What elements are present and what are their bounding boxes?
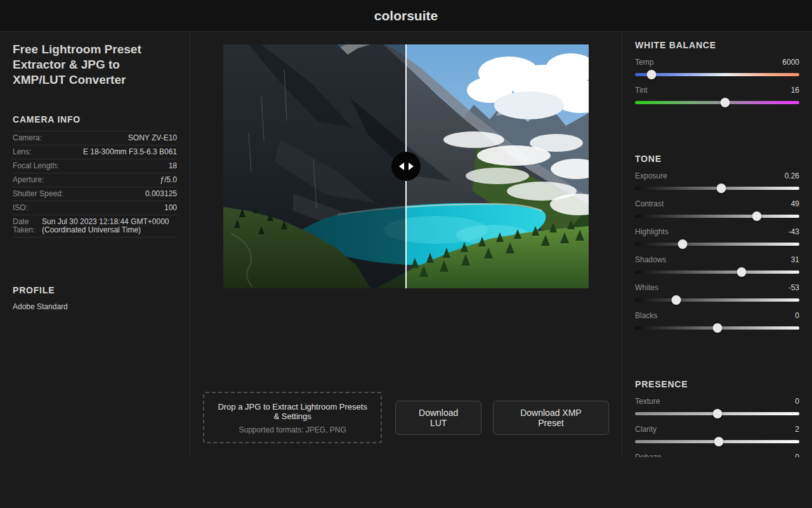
info-value: 18 xyxy=(59,162,177,170)
slider-label: Blacks xyxy=(635,311,657,321)
section-white-balance: WHITE BALANCE Temp 6000 Tint 16 xyxy=(635,40,799,107)
slider-tint: Tint 16 xyxy=(635,85,799,107)
info-label: Shutter Speed: xyxy=(13,190,63,198)
camera-info-row: Camera: SONY ZV-E10 xyxy=(13,131,177,145)
slider-value: 0.26 xyxy=(785,171,799,181)
info-label: Lens: xyxy=(13,148,31,156)
slider-thumb[interactable] xyxy=(752,211,761,221)
slider-label: Texture xyxy=(635,396,660,406)
before-after-comparison xyxy=(223,44,589,288)
slider-value: -53 xyxy=(789,283,799,293)
info-label: ISO: xyxy=(13,204,28,212)
slider-track[interactable] xyxy=(635,215,799,218)
slider-label: Contrast xyxy=(635,199,664,209)
slider-thumb[interactable] xyxy=(712,409,722,418)
slider-label: Temp xyxy=(635,57,653,67)
info-value: ƒ/5.0 xyxy=(44,176,177,184)
app-body: Free Lightroom Preset Extractor & JPG to… xyxy=(0,32,812,457)
adjustments-panel: WHITE BALANCE Temp 6000 Tint 16 TONE Exp… xyxy=(622,32,812,457)
slider-track[interactable] xyxy=(635,73,799,76)
slider-label: Tint xyxy=(635,85,648,95)
slider-label: Clarity xyxy=(635,424,657,434)
slider-label: Whites xyxy=(635,283,658,293)
slider-track[interactable] xyxy=(635,101,799,104)
download-lut-button[interactable]: Download LUT xyxy=(395,401,481,435)
camera-info-table: Camera: SONY ZV-E10 Lens: E 18-300mm F3.… xyxy=(13,131,177,237)
slider-shadows: Shadows 31 xyxy=(635,255,799,277)
slider-list: Temp 6000 Tint 16 xyxy=(635,57,799,107)
camera-info-row: Lens: E 18-300mm F3.5-6.3 B061 xyxy=(13,145,177,159)
slider-value: 31 xyxy=(791,255,799,265)
slider-track[interactable] xyxy=(635,298,799,302)
slider-value: 6000 xyxy=(782,57,799,67)
main-content: Drop a JPG to Extract Lightroom Presets … xyxy=(190,32,622,457)
section-heading: PRESENCE xyxy=(635,379,799,389)
slider-temp: Temp 6000 xyxy=(635,57,799,79)
info-label: Date Taken: xyxy=(13,218,39,234)
slider-value: 0 xyxy=(795,396,799,406)
slider-track[interactable] xyxy=(635,271,799,274)
app-title: colorsuite xyxy=(374,8,438,23)
slider-value: 49 xyxy=(791,199,799,209)
slider-label: Exposure xyxy=(635,171,667,181)
camera-info-row: Focal Length: 18 xyxy=(13,159,177,173)
section-heading: TONE xyxy=(635,154,799,164)
slider-label: Shadows xyxy=(635,255,666,265)
slider-value: -43 xyxy=(789,227,799,237)
slider-thumb[interactable] xyxy=(714,437,724,446)
slider-dehaze: Dehaze 0 xyxy=(635,452,799,457)
profile-value: Adobe Standard xyxy=(13,302,177,311)
sidebar: Free Lightroom Preset Extractor & JPG to… xyxy=(0,32,190,457)
dropzone-formats: Supported formats: JPEG, PNG xyxy=(217,425,368,434)
app-header: colorsuite xyxy=(0,0,812,32)
slider-label: Highlights xyxy=(635,227,669,237)
info-value: E 18-300mm F3.5-6.3 B061 xyxy=(31,148,177,156)
info-value: Sun Jul 30 2023 12:18:44 GMT+0000 (Coord… xyxy=(39,218,177,234)
slider-clarity: Clarity 2 xyxy=(635,424,799,446)
slider-value: 0 xyxy=(795,452,799,457)
arrow-right-icon xyxy=(409,163,414,170)
section-heading: WHITE BALANCE xyxy=(635,40,799,50)
camera-info-row: Date Taken: Sun Jul 30 2023 12:18:44 GMT… xyxy=(13,215,177,237)
download-xmp-preset-button[interactable]: Download XMP Preset xyxy=(493,401,609,435)
slider-exposure: Exposure 0.26 xyxy=(635,171,799,193)
slider-label: Dehaze xyxy=(635,452,661,457)
camera-info-row: Shutter Speed: 0.003125 xyxy=(13,187,177,201)
bottom-controls: Drop a JPG to Extract Lightroom Presets … xyxy=(203,392,609,443)
slider-blacks: Blacks 0 xyxy=(635,311,799,333)
info-value: 100 xyxy=(28,204,177,212)
slider-value: 2 xyxy=(795,424,799,434)
camera-info-heading: CAMERA INFO xyxy=(13,114,177,124)
slider-thumb[interactable] xyxy=(646,70,656,79)
info-label: Focal Length: xyxy=(13,162,59,170)
camera-info-row: ISO: 100 xyxy=(13,201,177,215)
slider-thumb[interactable] xyxy=(712,323,722,333)
section-tone: TONE Exposure 0.26 Contrast 49 Highlight… xyxy=(635,154,799,333)
slider-value: 0 xyxy=(795,311,799,321)
slider-thumb[interactable] xyxy=(717,184,726,193)
info-value: 0.003125 xyxy=(63,190,177,198)
dropzone-instruction: Drop a JPG to Extract Lightroom Presets … xyxy=(218,402,367,421)
info-label: Aperture: xyxy=(13,176,44,184)
slider-thumb[interactable] xyxy=(737,267,747,277)
slider-thumb[interactable] xyxy=(671,295,681,305)
info-value: SONY ZV-E10 xyxy=(42,134,177,142)
slider-list: Exposure 0.26 Contrast 49 Highlights -43… xyxy=(635,171,799,333)
info-label: Camera: xyxy=(13,134,42,142)
camera-info-row: Aperture: ƒ/5.0 xyxy=(13,173,177,187)
slider-value: 16 xyxy=(791,85,799,95)
slider-thumb[interactable] xyxy=(678,239,688,249)
jpg-dropzone[interactable]: Drop a JPG to Extract Lightroom Presets … xyxy=(203,392,382,443)
section-presence: PRESENCE Texture 0 Clarity 2 Dehaze 0 xyxy=(635,379,799,457)
arrow-left-icon xyxy=(399,163,404,170)
comparison-slider-handle[interactable] xyxy=(391,152,421,181)
slider-track[interactable] xyxy=(635,243,799,246)
slider-highlights: Highlights -43 xyxy=(635,227,799,249)
slider-texture: Texture 0 xyxy=(635,396,799,418)
page-title: Free Lightroom Preset Extractor & JPG to… xyxy=(13,42,147,88)
profile-heading: PROFILE xyxy=(13,285,177,295)
slider-contrast: Contrast 49 xyxy=(635,199,799,221)
slider-list: Texture 0 Clarity 2 Dehaze 0 xyxy=(635,396,799,457)
slider-thumb[interactable] xyxy=(721,98,730,107)
slider-whites: Whites -53 xyxy=(635,283,799,305)
